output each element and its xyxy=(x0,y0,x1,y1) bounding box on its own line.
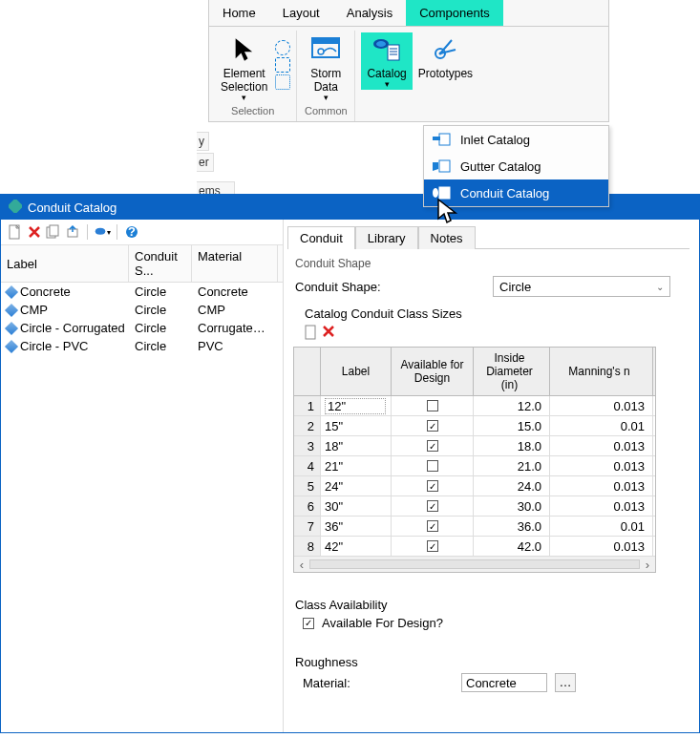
header-material[interactable]: Material xyxy=(192,245,278,282)
tab-library[interactable]: Library xyxy=(355,226,418,249)
mouse-cursor-icon xyxy=(436,198,459,227)
catalog-button[interactable]: Catalog ▾ xyxy=(361,32,412,90)
element-selection-button[interactable]: Element Selection ▾ xyxy=(215,32,273,103)
menu-item-inlet-catalog[interactable]: Inlet Catalog xyxy=(424,126,608,153)
svg-point-4 xyxy=(376,41,386,47)
delete-row-button[interactable] xyxy=(322,325,335,343)
cell-mannings[interactable]: 0.013 xyxy=(550,436,653,455)
cell-diameter[interactable]: 15.0 xyxy=(474,416,550,435)
table-row[interactable]: 318"✓18.00.013 xyxy=(294,436,655,456)
list-item[interactable]: Circle - PVCCirclePVC xyxy=(1,337,283,355)
export-button[interactable] xyxy=(64,223,81,241)
table-row[interactable]: 421"21.00.013 xyxy=(294,456,655,476)
cell-mannings[interactable]: 0.013 xyxy=(550,396,653,415)
scroll-track[interactable] xyxy=(309,559,640,569)
new-button[interactable] xyxy=(7,223,24,241)
available-for-design-checkbox[interactable]: ✓ xyxy=(303,618,314,629)
tab-components[interactable]: Components xyxy=(406,0,503,26)
conduit-shape-select[interactable]: Circle ⌄ xyxy=(493,276,670,297)
cell-label[interactable]: 15" xyxy=(325,419,343,433)
cell-mannings[interactable]: 0.01 xyxy=(550,416,653,435)
grid-header-diameter[interactable]: Inside Diameter (in) xyxy=(474,348,550,395)
cell-diameter[interactable]: 42.0 xyxy=(474,537,550,556)
table-row[interactable]: 112"12.00.013 xyxy=(294,396,655,416)
filter-button[interactable]: ▾ xyxy=(94,223,111,241)
cell-mannings[interactable]: 0.013 xyxy=(550,476,653,496)
cell-mannings[interactable]: 0.013 xyxy=(550,537,653,556)
table-row[interactable]: 842"✓42.00.013 xyxy=(294,537,655,557)
available-checkbox[interactable] xyxy=(427,400,438,411)
cell-diameter[interactable]: 36.0 xyxy=(474,517,550,536)
menu-item-gutter-catalog[interactable]: Gutter Catalog xyxy=(424,153,608,179)
available-checkbox[interactable]: ✓ xyxy=(427,500,438,512)
tab-home[interactable]: Home xyxy=(209,0,269,26)
row-number: 3 xyxy=(294,436,321,455)
add-row-button[interactable] xyxy=(305,325,318,343)
help-button[interactable]: ? xyxy=(123,223,140,241)
available-checkbox[interactable]: ✓ xyxy=(427,520,438,532)
available-checkbox[interactable]: ✓ xyxy=(427,440,438,452)
cell-label[interactable]: 30" xyxy=(325,499,343,514)
available-checkbox[interactable]: ✓ xyxy=(427,540,438,552)
table-row[interactable]: 524"✓24.00.013 xyxy=(294,476,655,496)
list-item[interactable]: ConcreteCircleConcrete xyxy=(1,283,283,301)
prototypes-button[interactable]: Prototypes xyxy=(413,32,478,82)
cell-label[interactable]: 21" xyxy=(325,459,343,474)
tab-notes[interactable]: Notes xyxy=(418,226,476,249)
svg-rect-11 xyxy=(439,134,450,145)
tab-layout[interactable]: Layout xyxy=(269,0,333,26)
ribbon-group-selection: Element Selection ▾ Selection xyxy=(209,31,297,121)
list-item[interactable]: CMPCircleCMP xyxy=(1,301,283,319)
available-checkbox[interactable]: ✓ xyxy=(427,420,438,432)
rect-select-icon[interactable] xyxy=(275,57,290,73)
grid-header-mannings[interactable]: Manning's n xyxy=(550,348,653,395)
section-title: Roughness xyxy=(295,655,689,669)
cell-mannings[interactable]: 0.013 xyxy=(550,496,653,516)
table-row[interactable]: 215"✓15.00.01 xyxy=(294,416,655,436)
available-checkbox[interactable] xyxy=(427,460,438,472)
cell-mannings[interactable]: 0.01 xyxy=(550,517,653,536)
grid-header: Label Available for Design Inside Diamet… xyxy=(294,348,655,396)
delete-button[interactable] xyxy=(26,223,43,241)
tab-conduit[interactable]: Conduit xyxy=(287,226,355,249)
horizontal-scrollbar[interactable]: ‹ › xyxy=(294,557,655,572)
rect-select-icon-2[interactable] xyxy=(275,74,290,90)
cell-diameter[interactable]: 21.0 xyxy=(474,456,550,475)
circle-select-icon[interactable] xyxy=(275,40,290,55)
scroll-left-icon[interactable]: ‹ xyxy=(294,558,309,572)
scroll-right-icon[interactable]: › xyxy=(640,558,655,572)
ribbon-group-label xyxy=(418,90,421,106)
header-shape[interactable]: Conduit S... xyxy=(129,245,192,282)
material-browse-button[interactable]: … xyxy=(555,673,576,692)
grid-header-label[interactable]: Label xyxy=(321,348,392,395)
list-item[interactable]: Circle - Corrugated ...CircleCorrugated … xyxy=(1,319,283,337)
tab-analysis[interactable]: Analysis xyxy=(333,0,406,26)
cell-diameter[interactable]: 12.0 xyxy=(474,396,550,415)
table-row[interactable]: 736"✓36.00.01 xyxy=(294,517,655,537)
window-icon xyxy=(9,200,22,216)
cell-diameter[interactable]: 18.0 xyxy=(474,436,550,455)
roughness-section: Roughness Material: Concrete … xyxy=(295,655,689,692)
chevron-down-icon: ▾ xyxy=(324,94,329,101)
storm-data-button[interactable]: Storm Data ▾ xyxy=(303,32,349,103)
grid-header-corner xyxy=(294,348,321,395)
copy-button[interactable] xyxy=(45,223,62,241)
material-input[interactable]: Concrete xyxy=(461,673,547,692)
cell-mannings[interactable]: 0.013 xyxy=(550,456,653,475)
header-label[interactable]: Label xyxy=(1,245,129,282)
cell-label[interactable]: 36" xyxy=(325,519,343,534)
table-row[interactable]: 630"✓30.00.013 xyxy=(294,496,655,517)
menu-item-label: Conduit Catalog xyxy=(460,186,549,200)
selection-shape-tools[interactable] xyxy=(275,32,290,90)
cell-diameter[interactable]: 24.0 xyxy=(474,476,550,496)
grid-header-avail[interactable]: Available for Design xyxy=(392,348,474,395)
cell-label[interactable]: 42" xyxy=(325,539,343,554)
cell-label[interactable]: 18" xyxy=(325,439,343,453)
row-material: Concrete xyxy=(192,283,278,301)
chevron-down-icon: ▾ xyxy=(242,94,246,101)
cell-label[interactable]: 12" xyxy=(325,398,386,414)
available-checkbox[interactable]: ✓ xyxy=(427,480,438,492)
row-shape: Circle xyxy=(129,283,192,301)
cell-diameter[interactable]: 30.0 xyxy=(474,496,550,516)
cell-label[interactable]: 24" xyxy=(325,479,343,494)
